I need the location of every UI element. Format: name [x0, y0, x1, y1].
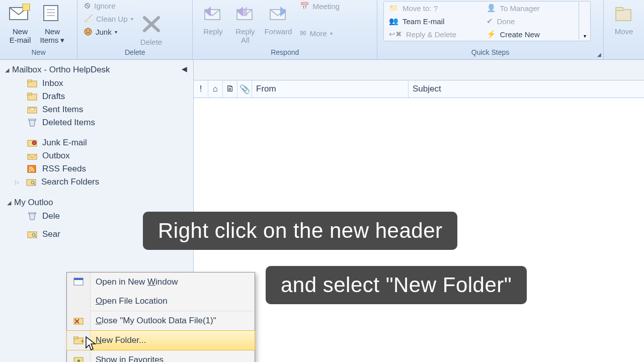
quicksteps-gallery[interactable]: 📁Move to: ? 👥Team E-mail ↩✖Reply & Delet… [383, 1, 591, 41]
pst-header-label: My Outloo [14, 198, 53, 208]
cursor-icon [85, 336, 97, 351]
expand-triangle-icon: ◢ [5, 67, 9, 73]
nav-junk[interactable]: Junk E-mail [0, 136, 193, 149]
qs-create[interactable]: ⚡Create New [481, 28, 579, 41]
svg-point-21 [32, 141, 36, 145]
reply-all-icon [232, 1, 258, 26]
more-button[interactable]: ✉ More ▾ [298, 27, 341, 39]
col-icon[interactable]: 🗎 [223, 80, 237, 98]
new-email-button[interactable]: NewE-mail [4, 0, 36, 46]
broom-icon: 🧹 [84, 14, 93, 23]
col-subject[interactable]: Subject [409, 80, 644, 98]
forward-button[interactable]: Forward [261, 0, 295, 38]
ribbon-group-quicksteps: 📁Move to: ? 👥Team E-mail ↩✖Reply & Delet… [377, 0, 604, 59]
ribbon-group-respond: Reply ReplyAll Forward 📅 Meeting [193, 0, 377, 59]
junk-icon [84, 27, 93, 36]
drafts-icon [27, 93, 37, 101]
ignore-icon: 🛇 [84, 2, 91, 10]
nav-sent[interactable]: Sent Items [0, 103, 193, 116]
new-items-icon [39, 1, 65, 26]
svg-rect-17 [28, 93, 32, 95]
ctx-open-new-window[interactable]: Open in New Window [67, 273, 255, 292]
svg-rect-28 [29, 212, 36, 214]
pst-header[interactable]: ◢ My Outloo [4, 196, 189, 210]
move-button[interactable]: Move [608, 0, 640, 38]
move-folder-icon [611, 1, 637, 26]
mailbox-label: Mailbox - Ortho HelpDesk [12, 65, 110, 75]
cleanup-button[interactable]: 🧹 Clean Up ▾ [82, 13, 135, 25]
list-top-gap [194, 60, 644, 80]
outbox-icon [27, 152, 37, 160]
group-caption-respond: Respond [193, 48, 377, 59]
manager-icon: 👤 [487, 4, 496, 13]
ctx-close-data-file[interactable]: Close "My Outlook Data File(1)" [67, 311, 255, 330]
list-columns: ! ⌂ 🗎 📎 From Subject [194, 80, 644, 98]
qs-team[interactable]: 👥Team E-mail [384, 15, 481, 28]
trash-icon [27, 212, 37, 220]
chevron-down-icon: ▾ [115, 29, 117, 35]
svg-point-24 [29, 170, 31, 172]
reply-delete-icon: ↩✖ [389, 30, 402, 39]
nav-drafts[interactable]: Drafts [0, 90, 193, 103]
qs-manager[interactable]: 👤To Manager [481, 2, 579, 15]
svg-rect-13 [616, 8, 623, 11]
importance-icon: ! [200, 84, 202, 94]
more-label: More [309, 29, 327, 38]
ribbon-group-new: NewE-mail NewItems ▾ New [0, 0, 77, 59]
collapse-nav-button[interactable]: ◀ [182, 65, 187, 73]
qs-done[interactable]: ✔Done [481, 15, 579, 28]
callout-1: Right click on the new header [143, 212, 457, 250]
lightning-icon: ⚡ [487, 30, 496, 39]
reply-button[interactable]: Reply [197, 0, 229, 38]
nav-outbox[interactable]: Outbox [0, 149, 193, 162]
reply-all-label: ReplyAll [235, 27, 255, 44]
reminder-icon: ⌂ [213, 84, 218, 94]
new-items-button[interactable]: NewItems ▾ [36, 0, 68, 46]
cleanup-label: Clean Up [96, 15, 128, 23]
junk-folder-icon [27, 139, 37, 147]
sent-icon [27, 106, 37, 114]
new-folder-icon: ✦ [73, 335, 84, 345]
reply-all-button[interactable]: ReplyAll [229, 0, 261, 46]
ribbon-group-move: Move [604, 0, 644, 59]
svg-rect-1 [23, 4, 30, 11]
qs-replydel[interactable]: ↩✖Reply & Delete [384, 28, 481, 41]
close-folder-icon [73, 316, 84, 326]
callout-2: and select "New Folder" [266, 266, 527, 304]
search-folder-icon [27, 230, 37, 238]
mailbox-header[interactable]: ◢ Mailbox - Ortho HelpDesk [0, 63, 193, 77]
col-from[interactable]: From [252, 80, 409, 98]
dialog-launcher-icon[interactable]: ◢ [597, 52, 601, 57]
junk-label: Junk [96, 28, 112, 36]
col-attachment[interactable]: 📎 [237, 80, 252, 98]
delete-button[interactable]: Delete [135, 0, 168, 48]
ctx-open-file-location[interactable]: Open File Location [67, 292, 255, 311]
check-icon: ✔ [487, 17, 493, 26]
chevron-down-icon: ▾ [584, 33, 586, 39]
col-importance[interactable]: ! [194, 80, 208, 98]
ctx-show-favorites[interactable]: ★ Show in Favorites [67, 350, 255, 362]
ribbon: NewE-mail NewItems ▾ New 🛇 Ignore 🧹 Clea… [0, 0, 644, 60]
col-reminder[interactable]: ⌂ [208, 80, 223, 98]
ribbon-group-delete: 🛇 Ignore 🧹 Clean Up ▾ Junk ▾ [77, 0, 193, 59]
nav-inbox[interactable]: Inbox [0, 77, 193, 90]
more-icon: ✉ [300, 29, 306, 38]
svg-point-8 [89, 30, 90, 31]
delete-label: Delete [140, 38, 162, 46]
svg-rect-38 [74, 337, 78, 339]
svg-rect-23 [28, 165, 36, 172]
svg-text:✦: ✦ [80, 338, 84, 345]
junk-button[interactable]: Junk ▾ [82, 26, 135, 38]
ignore-button[interactable]: 🛇 Ignore [82, 0, 135, 12]
paperclip-icon: 📎 [239, 84, 250, 95]
qs-expand-button[interactable]: ▾ [579, 2, 590, 41]
favorite-folder-icon: ★ [73, 355, 84, 362]
meeting-button[interactable]: 📅 Meeting [298, 0, 341, 12]
qs-moveto[interactable]: 📁Move to: ? [384, 2, 481, 15]
nav-search-folders[interactable]: ▷ Search Folders [0, 175, 193, 189]
nav-deleted[interactable]: Deleted Items [0, 116, 193, 129]
svg-rect-15 [28, 80, 32, 82]
nav-rss[interactable]: RSS Feeds [0, 162, 193, 175]
group-caption-qs: Quick Steps [377, 48, 603, 59]
ignore-label: Ignore [94, 2, 116, 10]
